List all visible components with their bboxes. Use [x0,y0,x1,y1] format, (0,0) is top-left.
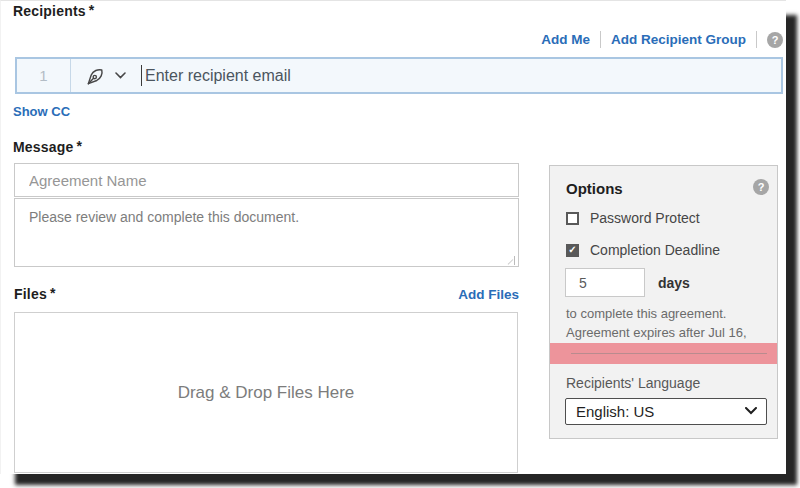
add-files-link[interactable]: Add Files [458,287,519,302]
add-me-link[interactable]: Add Me [541,32,590,47]
chevron-down-icon [115,72,126,79]
files-heading-text: Files [14,286,47,302]
options-title: Options [566,180,623,197]
recipient-row: 1 [15,57,783,94]
dropzone-text: Drag & Drop Files Here [178,383,355,403]
separator [600,31,601,48]
password-protect-row: Password Protect [566,210,700,226]
agreement-name-input[interactable] [14,163,519,197]
recipients-heading-text: Recipients [13,3,86,19]
text-caret [141,65,142,86]
recipients-language-select[interactable]: English: US [565,398,767,425]
completion-deadline-label[interactable]: Completion Deadline [590,242,720,258]
show-cc-link[interactable]: Show CC [13,104,70,119]
help-icon[interactable]: ? [767,32,783,48]
required-asterisk: * [77,138,83,154]
deadline-days-row: days [565,268,690,297]
divider [571,353,767,354]
recipient-email-input[interactable] [145,67,705,85]
deadline-note-line1: to complete this agreement. [566,306,726,321]
highlight-annotation [550,343,777,364]
password-protect-checkbox[interactable] [566,212,579,225]
message-heading: Message* [13,139,82,155]
options-panel: Options ? Password Protect ✓ Completion … [549,165,778,439]
files-heading: Files* [14,286,56,302]
password-protect-label[interactable]: Password Protect [590,210,700,226]
chevron-down-icon [745,407,757,415]
completion-deadline-row: ✓ Completion Deadline [566,242,720,258]
completion-deadline-checkbox[interactable]: ✓ [566,244,579,257]
send-agreement-page: Recipients* Add Me Add Recipient Group ?… [0,0,786,474]
recipients-toolbar: Add Me Add Recipient Group ? [541,31,783,48]
recipient-number: 1 [17,67,70,84]
recipient-role-dropdown[interactable] [71,64,126,87]
files-header-row: Files* Add Files [14,286,519,302]
message-heading-text: Message [13,139,74,155]
add-recipient-group-link[interactable]: Add Recipient Group [611,32,746,47]
message-textarea[interactable]: Please review and complete this document… [14,198,519,267]
options-help-icon[interactable]: ? [753,179,769,195]
required-asterisk: * [50,285,56,301]
file-dropzone[interactable]: Drag & Drop Files Here [14,312,518,473]
recipients-language-label: Recipients' Language [566,375,700,391]
required-asterisk: * [89,2,95,18]
recipients-heading: Recipients* [13,3,94,19]
separator [756,31,757,48]
language-selected-value: English: US [576,403,654,420]
pen-nib-icon [85,64,108,87]
textarea-resize-grip[interactable] [506,256,515,265]
days-label: days [658,275,690,291]
deadline-days-input[interactable] [565,268,645,297]
